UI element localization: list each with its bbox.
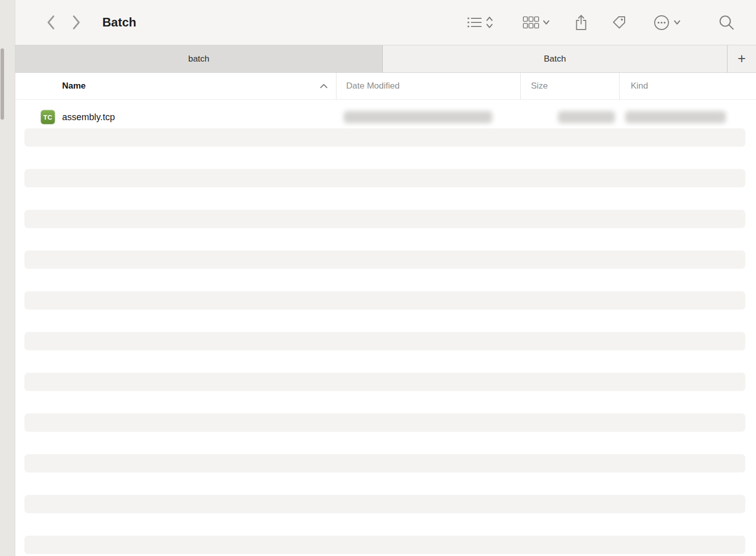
group-by-control[interactable] bbox=[523, 16, 550, 29]
empty-row bbox=[15, 494, 756, 514]
empty-row bbox=[15, 331, 756, 351]
share-icon bbox=[574, 14, 588, 31]
empty-row bbox=[15, 351, 756, 372]
group-by-icon bbox=[523, 16, 539, 29]
file-date-cell bbox=[336, 111, 520, 123]
empty-row bbox=[15, 249, 756, 270]
tag-button[interactable] bbox=[611, 15, 627, 30]
tab-label: batch bbox=[188, 54, 210, 64]
file-name-cell: TC assembly.tcp bbox=[15, 110, 336, 124]
file-name: assembly.tcp bbox=[62, 112, 115, 123]
file-kind-cell bbox=[619, 111, 756, 123]
empty-row bbox=[15, 412, 756, 433]
empty-row bbox=[15, 514, 756, 535]
tag-icon bbox=[611, 15, 627, 30]
empty-row bbox=[15, 392, 756, 412]
empty-row bbox=[15, 311, 756, 331]
column-header-name[interactable]: Name bbox=[15, 73, 336, 99]
redacted-size bbox=[558, 111, 615, 123]
sidebar-edge bbox=[0, 0, 15, 556]
tcp-file-icon: TC bbox=[41, 110, 55, 124]
tab-batch[interactable]: Batch bbox=[383, 45, 727, 72]
more-actions-control[interactable] bbox=[653, 14, 681, 31]
column-headers: Name Date Modified Size Kind bbox=[15, 73, 756, 100]
column-label: Kind bbox=[631, 81, 648, 91]
chevron-right-icon bbox=[71, 14, 81, 31]
empty-row bbox=[15, 148, 756, 168]
empty-row bbox=[15, 372, 756, 392]
toolbar: Batch bbox=[15, 0, 756, 45]
more-circle-icon bbox=[653, 14, 670, 31]
file-size-cell bbox=[520, 111, 619, 123]
share-button[interactable] bbox=[574, 14, 588, 31]
column-header-date-modified[interactable]: Date Modified bbox=[336, 73, 520, 99]
chevron-down-icon bbox=[543, 20, 550, 25]
sort-order-chevrons-icon bbox=[486, 16, 493, 29]
back-button[interactable] bbox=[38, 14, 64, 31]
empty-row bbox=[15, 188, 756, 209]
file-row-assembly-tcp[interactable]: TC assembly.tcp bbox=[15, 107, 756, 127]
tab-label: Batch bbox=[544, 54, 566, 64]
toolbar-icons bbox=[467, 14, 756, 31]
chevron-left-icon bbox=[46, 14, 56, 31]
empty-row bbox=[15, 453, 756, 474]
file-list: TC assembly.tcp bbox=[15, 100, 756, 556]
column-label: Name bbox=[62, 81, 86, 91]
empty-row bbox=[15, 270, 756, 290]
finder-window: Batch bbox=[0, 0, 756, 556]
empty-row bbox=[15, 229, 756, 249]
window-title: Batch bbox=[102, 15, 136, 30]
empty-row bbox=[15, 474, 756, 494]
empty-row bbox=[15, 433, 756, 453]
tab-bar: batch Batch + bbox=[15, 45, 756, 73]
column-header-size[interactable]: Size bbox=[520, 73, 619, 99]
search-icon bbox=[718, 14, 735, 31]
empty-row bbox=[15, 535, 756, 555]
chevron-down-icon bbox=[674, 20, 681, 25]
new-tab-button[interactable]: + bbox=[727, 45, 756, 72]
tab-batch-lowercase[interactable]: batch bbox=[15, 45, 383, 72]
empty-row bbox=[15, 209, 756, 229]
view-sort-control[interactable] bbox=[467, 16, 493, 29]
forward-button[interactable] bbox=[64, 14, 89, 31]
list-view-icon bbox=[467, 16, 482, 29]
column-label: Date Modified bbox=[346, 81, 400, 91]
search-button[interactable] bbox=[718, 14, 735, 31]
plus-icon: + bbox=[738, 51, 746, 67]
empty-row bbox=[15, 290, 756, 311]
redacted-date-modified bbox=[344, 111, 492, 123]
sidebar-scrollbar-thumb[interactable] bbox=[1, 48, 4, 120]
main-pane: Batch bbox=[15, 0, 756, 556]
redacted-kind bbox=[625, 111, 726, 123]
empty-row bbox=[15, 127, 756, 148]
column-label: Size bbox=[531, 81, 548, 91]
sort-ascending-icon bbox=[320, 84, 328, 89]
column-header-kind[interactable]: Kind bbox=[619, 73, 756, 99]
empty-row bbox=[15, 168, 756, 188]
